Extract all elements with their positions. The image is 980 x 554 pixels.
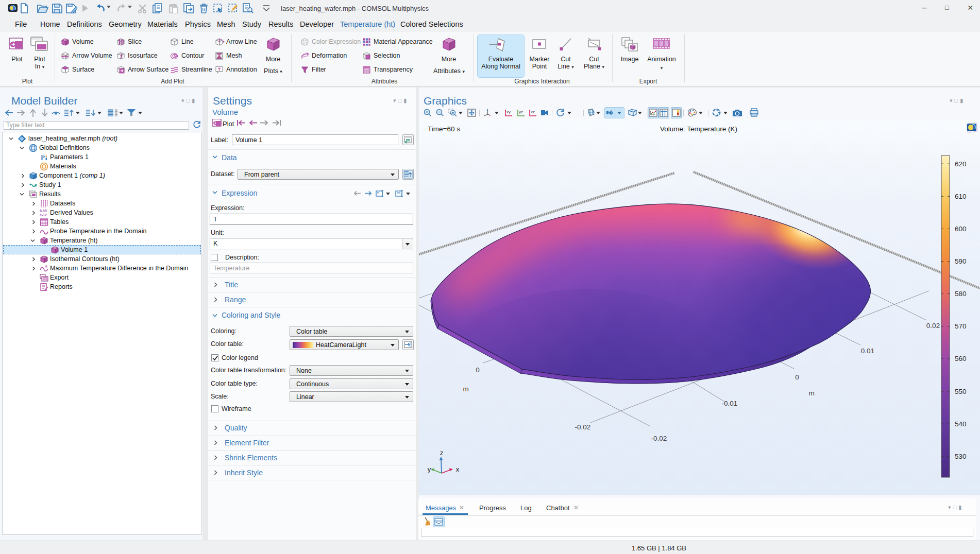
svg-text:610: 610: [955, 193, 967, 200]
svg-text:-0.02: -0.02: [651, 435, 667, 442]
svg-text:600: 600: [955, 225, 967, 233]
svg-text:Time=60 s: Time=60 s: [428, 125, 460, 133]
svg-text:540: 540: [955, 420, 967, 428]
svg-text:550: 550: [955, 388, 967, 395]
svg-text:8.85: 8.85: [40, 209, 47, 213]
svg-text:y: y: [428, 465, 431, 473]
svg-text:620: 620: [955, 160, 967, 168]
svg-text:0: 0: [476, 366, 480, 374]
svg-text:m: m: [808, 389, 814, 397]
svg-text:560: 560: [955, 355, 967, 362]
svg-text:-0.02: -0.02: [575, 423, 591, 431]
svg-text:580: 580: [955, 290, 967, 298]
svg-text:x: x: [456, 465, 460, 473]
svg-text:yz: yz: [519, 110, 523, 114]
svg-text:0.01: 0.01: [861, 347, 874, 355]
svg-text:-0.01: -0.01: [722, 400, 738, 407]
svg-text:e-12: e-12: [40, 213, 47, 217]
svg-text:z: z: [440, 449, 444, 457]
svg-text:590: 590: [955, 257, 967, 265]
svg-text:0: 0: [795, 373, 799, 381]
svg-text:530: 530: [955, 453, 967, 460]
svg-text:570: 570: [955, 322, 967, 330]
svg-text:xy: xy: [506, 110, 511, 114]
svg-text:P: P: [41, 153, 45, 161]
svg-text:0.02: 0.02: [926, 322, 940, 330]
svg-text:xz: xz: [531, 110, 535, 114]
svg-text:m: m: [463, 385, 468, 393]
svg-text:Volume: Temperature (K): Volume: Temperature (K): [660, 125, 737, 133]
